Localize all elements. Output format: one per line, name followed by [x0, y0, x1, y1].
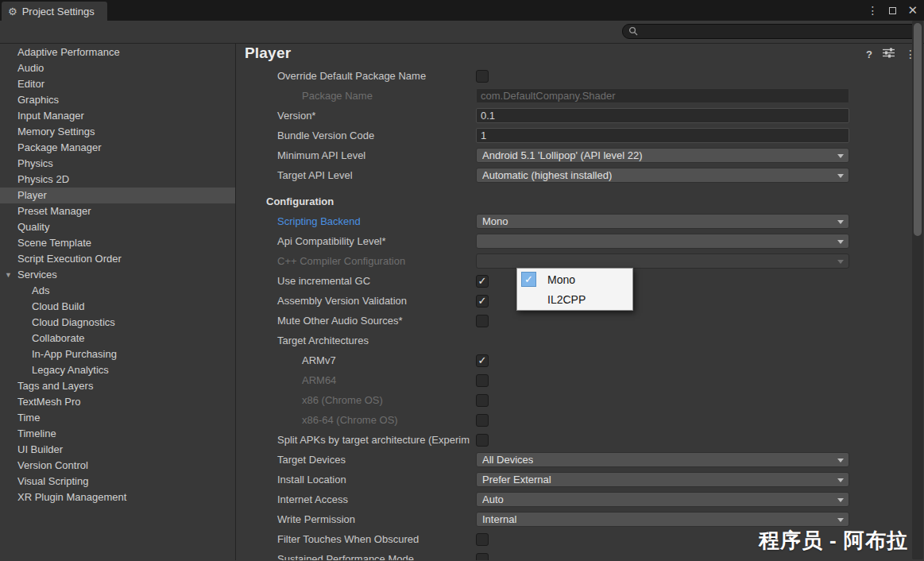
sidebar-item-graphics[interactable]: Graphics: [0, 92, 235, 108]
sidebar-item-ads[interactable]: Ads: [0, 283, 235, 299]
setting-field: [476, 374, 849, 387]
sidebar-item-cloud-build[interactable]: Cloud Build: [0, 299, 235, 315]
maximize-icon[interactable]: [889, 5, 896, 17]
target-devices-dropdown[interactable]: All Devices: [476, 452, 849, 467]
sidebar-item-audio[interactable]: Audio: [0, 60, 235, 76]
setting-field: ✓: [476, 354, 849, 367]
popup-option-il2cpp[interactable]: IL2CPP: [517, 289, 632, 309]
sidebar-item-legacy-analytics[interactable]: Legacy Analytics: [0, 362, 235, 378]
popup-option-label: Mono: [547, 273, 575, 286]
sidebar-item-scene-template[interactable]: Scene Template: [0, 235, 235, 251]
sidebar-item-label: TextMesh Pro: [17, 396, 80, 408]
dropdown-value: All Devices: [482, 454, 533, 466]
sidebar-item-adaptive-performance[interactable]: Adaptive Performance: [0, 44, 235, 60]
window-menu-icon[interactable]: ⋮: [867, 4, 878, 17]
project-settings-window: ⚙ Project Settings ⋮ ✕ Adaptive Performa…: [0, 0, 924, 561]
sidebar-item-input-manager[interactable]: Input Manager: [0, 108, 235, 124]
search-input[interactable]: [622, 24, 918, 39]
armv7-checkbox[interactable]: ✓: [476, 354, 489, 367]
settings-row-package-name: Package Name: [236, 86, 924, 106]
setting-label: Internet Access: [236, 493, 476, 505]
sidebar-item-xr-plugin-management[interactable]: XR Plugin Management: [0, 489, 235, 505]
arm64-checkbox[interactable]: [476, 374, 489, 387]
setting-label: Configuration: [236, 195, 476, 207]
setting-field: [476, 394, 849, 407]
setting-label: ARMv7: [236, 354, 476, 366]
setting-label: Install Location: [236, 474, 476, 486]
settings-row-target-api-level: Target API LevelAutomatic (highest insta…: [236, 165, 924, 185]
setting-label: Mute Other Audio Sources*: [236, 315, 476, 327]
bundle-version-code-field[interactable]: [476, 128, 849, 143]
setting-label: Assembly Version Validation: [236, 295, 476, 307]
x86-64-chrome-os-checkbox[interactable]: [476, 414, 489, 427]
popup-option-label: IL2CPP: [547, 293, 586, 306]
sidebar-item-services[interactable]: ▼Services: [0, 267, 235, 283]
sidebar-item-label: Memory Settings: [17, 126, 95, 137]
override-default-package-name-checkbox[interactable]: [476, 70, 489, 83]
sidebar-item-quality[interactable]: Quality: [0, 219, 235, 235]
scrollbar-thumb[interactable]: [914, 23, 922, 236]
expander-icon[interactable]: ▼: [5, 267, 12, 283]
sidebar-item-textmesh-pro[interactable]: TextMesh Pro: [0, 394, 235, 410]
mute-other-audio-sources-checkbox[interactable]: [476, 315, 489, 327]
sidebar-item-timeline[interactable]: Timeline: [0, 426, 235, 442]
write-permission-dropdown[interactable]: Internal: [476, 512, 849, 527]
setting-label: Write Permission: [236, 513, 476, 525]
close-icon[interactable]: ✕: [907, 3, 918, 17]
panel-header-icons: ? ⋮: [866, 47, 916, 61]
target-api-level-dropdown[interactable]: Automatic (highest installed): [476, 168, 849, 183]
popup-option-mono[interactable]: ✓Mono: [517, 269, 632, 289]
sidebar-item-editor[interactable]: Editor: [0, 76, 235, 92]
split-apks-by-target-architecture-experim-checkbox[interactable]: [476, 434, 489, 447]
sidebar-item-label: Physics: [17, 157, 53, 169]
sidebar-item-label: Editor: [17, 78, 44, 90]
minimum-api-level-dropdown[interactable]: Android 5.1 'Lollipop' (API level 22): [476, 148, 849, 163]
sidebar-item-memory-settings[interactable]: Memory Settings: [0, 124, 235, 140]
sidebar-item-label: Collaborate: [32, 332, 85, 344]
sidebar-item-cloud-diagnostics[interactable]: Cloud Diagnostics: [0, 315, 235, 331]
window-controls: ⋮ ✕: [867, 0, 918, 21]
sidebar-item-label: Quality: [17, 221, 49, 233]
sidebar-item-preset-manager[interactable]: Preset Manager: [0, 203, 235, 219]
sidebar-item-label: Script Execution Order: [17, 253, 122, 265]
setting-field: Internal: [476, 512, 849, 527]
sidebar-item-ui-builder[interactable]: UI Builder: [0, 442, 235, 458]
project-settings-tab[interactable]: ⚙ Project Settings: [2, 2, 107, 21]
vertical-scrollbar[interactable]: [912, 21, 923, 559]
sidebar-item-collaborate[interactable]: Collaborate: [0, 331, 235, 346]
setting-label: x86 (Chrome OS): [236, 394, 476, 406]
setting-field: [476, 70, 849, 83]
setting-label[interactable]: Scripting Backend: [236, 215, 476, 227]
sidebar-item-visual-scripting[interactable]: Visual Scripting: [0, 474, 235, 489]
sidebar-item-tags-and-layers[interactable]: Tags and Layers: [0, 378, 235, 394]
sidebar-item-label: Package Manager: [17, 141, 102, 153]
sidebar-item-physics-2d[interactable]: Physics 2D: [0, 172, 235, 188]
sidebar-item-version-control[interactable]: Version Control: [0, 458, 235, 474]
sidebar-item-physics[interactable]: Physics: [0, 156, 235, 172]
version-field[interactable]: [476, 108, 849, 123]
sidebar-item-label: Cloud Build: [32, 300, 85, 312]
sidebar-item-package-manager[interactable]: Package Manager: [0, 140, 235, 156]
x86-chrome-os-checkbox[interactable]: [476, 394, 489, 407]
setting-field: Mono: [476, 214, 849, 229]
chevron-down-icon: [837, 260, 844, 264]
filter-touches-when-obscured-checkbox[interactable]: [476, 533, 489, 546]
sidebar-item-in-app-purchasing[interactable]: In-App Purchasing: [0, 346, 235, 362]
sidebar-item-time[interactable]: Time: [0, 410, 235, 426]
chevron-down-icon: [837, 240, 844, 244]
help-icon[interactable]: ?: [866, 48, 872, 60]
toolbar: [0, 21, 924, 44]
setting-field: Prefer External: [476, 472, 849, 487]
sidebar-item-label: In-App Purchasing: [32, 348, 117, 360]
use-incremental-gc-checkbox[interactable]: ✓: [476, 275, 489, 288]
install-location-dropdown[interactable]: Prefer External: [476, 472, 849, 487]
preset-icon[interactable]: [883, 47, 895, 61]
scripting-backend-dropdown[interactable]: Mono: [476, 214, 849, 229]
sidebar-item-player[interactable]: Player: [0, 188, 235, 203]
sustained-performance-mode-checkbox[interactable]: [476, 553, 489, 561]
page-title: Player: [245, 44, 291, 62]
internet-access-dropdown[interactable]: Auto: [476, 492, 849, 507]
sidebar-item-script-execution-order[interactable]: Script Execution Order: [0, 251, 235, 267]
assembly-version-validation-checkbox[interactable]: ✓: [476, 295, 489, 308]
api-compatibility-level-dropdown[interactable]: [476, 234, 849, 249]
